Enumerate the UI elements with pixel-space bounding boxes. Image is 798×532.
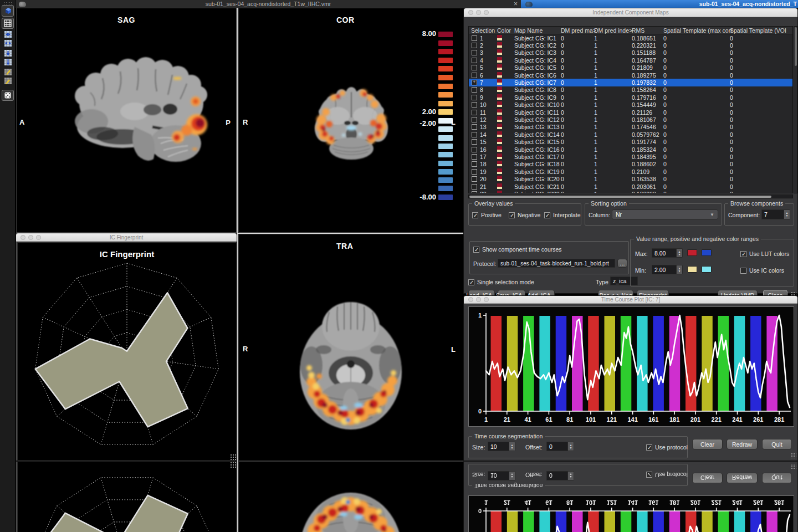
col-dm-pred-index[interactable]: DM pred inde> bbox=[593, 27, 631, 34]
col-color[interactable]: Color bbox=[496, 27, 513, 34]
dice-icon[interactable] bbox=[2, 90, 14, 101]
svg-text:21: 21 bbox=[504, 499, 510, 506]
traffic-light-buttons[interactable] bbox=[468, 297, 489, 302]
col-spatial-template-voi[interactable]: Spatial Template (VOI bbox=[729, 27, 792, 34]
vmr-titlebar[interactable]: sub-01_ses-04_acq-nondistorted_T1w_IIHC.… bbox=[16, 0, 521, 8]
positive-min-color-swatch[interactable] bbox=[687, 266, 697, 273]
traffic-light-buttons[interactable] bbox=[21, 235, 41, 240]
minimize-dot[interactable] bbox=[476, 297, 481, 302]
component-row-10[interactable]: 10Subject CG: IC10010.15444900 bbox=[469, 101, 792, 109]
fingerprint-canvas: IC Fingerprint bbox=[17, 462, 237, 532]
left-toolbar bbox=[0, 461, 16, 532]
clear-button[interactable]: Clear bbox=[692, 439, 723, 449]
icm-table-header[interactable]: Selection Color Map Name DM pred ma> DM … bbox=[469, 27, 792, 34]
negative-checkbox[interactable]: Negative bbox=[509, 212, 540, 218]
quit-button[interactable]: Quit bbox=[762, 439, 792, 449]
close-dot[interactable] bbox=[468, 297, 473, 302]
icm-component-table[interactable]: Selection Color Map Name DM pred ma> DM … bbox=[468, 26, 793, 193]
grid-pen-icon-2[interactable] bbox=[2, 76, 14, 85]
component-row-18[interactable]: 18Subject CG: IC18010.18860200 bbox=[469, 161, 792, 168]
interpolate-checkbox[interactable]: Interpolate bbox=[544, 212, 581, 218]
grid-arrows-horizontal-icon[interactable] bbox=[2, 30, 14, 38]
single-selection-checkbox[interactable]: Single selection mode bbox=[468, 279, 534, 285]
component-row-21[interactable]: 21Subject CG: IC21010.20306100 bbox=[469, 183, 792, 190]
value-range-title: Value range, positive and negative color… bbox=[634, 236, 761, 242]
svg-text:121: 121 bbox=[607, 499, 617, 506]
size-stepper[interactable]: 10▲▼ bbox=[488, 442, 515, 451]
resize-grip[interactable] bbox=[791, 453, 796, 458]
protocol-browse-button[interactable]: ... bbox=[617, 259, 627, 268]
positive-color-swatch[interactable] bbox=[687, 249, 697, 256]
max-stepper[interactable]: 8.00▲▼ bbox=[652, 248, 683, 258]
negative-color-swatch[interactable] bbox=[702, 249, 712, 256]
sag-label: SAG bbox=[17, 16, 236, 24]
table-vertical-scrollbar[interactable] bbox=[794, 26, 797, 193]
minimize-dot[interactable] bbox=[476, 10, 481, 15]
traffic-light-buttons[interactable] bbox=[468, 10, 489, 15]
cube-3d-icon[interactable] bbox=[2, 5, 14, 17]
close-dot[interactable] bbox=[21, 235, 25, 240]
component-row-17[interactable]: 17Subject CG: IC17010.18439500 bbox=[469, 153, 792, 160]
show-component-timecourses-checkbox[interactable]: Show component time courses bbox=[473, 246, 562, 253]
component-row-22[interactable]: 22Subject CG: IC22010.16026800 bbox=[469, 190, 792, 193]
icm-titlebar[interactable]: Independent Component Maps bbox=[464, 8, 797, 17]
table-horizontal-scrollbar[interactable] bbox=[468, 195, 793, 198]
component-row-4[interactable]: 4Subject CG: IC4010.16478700 bbox=[469, 57, 792, 64]
negative-min-color-swatch[interactable] bbox=[702, 266, 712, 273]
close-dot[interactable] bbox=[468, 10, 473, 15]
minimize-dot[interactable] bbox=[28, 235, 33, 240]
component-row-1[interactable]: 1Subject CG: IC1010.18865100 bbox=[469, 34, 792, 42]
clear-button: Clear bbox=[692, 473, 723, 483]
resize-grip[interactable] bbox=[230, 454, 236, 460]
tcp-window: Time Course Plot [IC: 7] 101214161811011… bbox=[463, 461, 798, 532]
grid-arrow-down-icon-2[interactable] bbox=[2, 58, 14, 66]
col-selection[interactable]: Selection bbox=[469, 27, 496, 34]
component-stepper[interactable]: 7▲▼ bbox=[761, 209, 790, 219]
active-document-titlebar[interactable]: sub-01_ses-04_acq-nondistorted_T bbox=[521, 0, 798, 8]
grid-arrow-down-icon[interactable] bbox=[2, 49, 14, 57]
offset-stepper[interactable]: 0▲▼ bbox=[546, 442, 574, 451]
sort-column-dropdown[interactable]: Nr▼ bbox=[612, 209, 718, 219]
protocol-field[interactable]: sub-01_ses-04_task-blocked_run-1_bold.pr… bbox=[498, 259, 615, 268]
zoom-dot[interactable] bbox=[36, 235, 41, 240]
component-row-6[interactable]: 6Subject CG: IC6010.18927500 bbox=[469, 71, 792, 79]
col-dm-pred-max[interactable]: DM pred ma> bbox=[560, 27, 593, 34]
component-row-16[interactable]: 16Subject CG: IC16010.18532400 bbox=[469, 146, 792, 153]
grid-view-icon[interactable] bbox=[2, 18, 14, 29]
grid-pen-icon[interactable] bbox=[2, 68, 14, 76]
component-row-9[interactable]: 9Subject CG: IC9010.17971600 bbox=[469, 94, 792, 101]
component-row-19[interactable]: 19Subject CG: IC19010.210900 bbox=[469, 168, 792, 175]
component-row-5[interactable]: 5Subject CG: IC5010.2180900 bbox=[469, 64, 792, 71]
fingerprint-titlebar[interactable]: IC Fingerprint bbox=[16, 233, 237, 242]
component-row-8[interactable]: 8Subject CG: IC8010.15826400 bbox=[469, 86, 792, 94]
component-label: Component: bbox=[728, 212, 760, 218]
min-stepper[interactable]: 2.00▲▼ bbox=[652, 265, 683, 274]
zoom-dot[interactable] bbox=[484, 297, 489, 302]
component-row-2[interactable]: 2Subject CG: IC2010.22032100 bbox=[469, 42, 792, 49]
component-row-14[interactable]: 14Subject CG: IC14010.057976200 bbox=[469, 131, 792, 138]
component-row-7[interactable]: 7Subject CG: IC7010.19783200 bbox=[469, 79, 792, 86]
use-ic-colors-checkbox[interactable]: Use IC colors bbox=[740, 267, 784, 274]
positive-checkbox[interactable]: Positive bbox=[472, 212, 502, 218]
col-rms[interactable]: RMS bbox=[631, 27, 662, 34]
col-spatial-template-max[interactable]: Spatial Template (max corr bbox=[662, 27, 729, 34]
component-row-3[interactable]: 3Subject CG: IC3010.15118800 bbox=[469, 49, 792, 57]
grid-arrows-horizontal-icon-2[interactable] bbox=[2, 39, 14, 47]
col-map-name[interactable]: Map Name bbox=[513, 27, 560, 34]
component-row-13[interactable]: 13Subject CG: IC13010.17454600 bbox=[469, 124, 792, 131]
component-row-15[interactable]: 15Subject CG: IC15010.19177400 bbox=[469, 138, 792, 145]
colorbar-negative-swatch bbox=[438, 195, 453, 200]
sag-pane[interactable]: SAG A P bbox=[16, 8, 237, 233]
tcp-titlebar[interactable]: Time Course Plot [IC: 7] bbox=[464, 296, 797, 304]
redraw-button[interactable]: Redraw bbox=[727, 439, 758, 449]
use-protocol-checkbox[interactable]: Use protocol bbox=[646, 444, 688, 451]
zoom-dot[interactable] bbox=[484, 10, 489, 15]
component-row-20[interactable]: 20Subject CG: IC20010.16353800 bbox=[469, 175, 792, 182]
close-icon[interactable]: × bbox=[514, 0, 518, 8]
use-lut-colors-checkbox[interactable]: Use LUT colors bbox=[740, 250, 789, 257]
colorbar-positive-swatch bbox=[438, 101, 453, 106]
colorbar-posmin-label: 2.00 bbox=[405, 108, 436, 116]
vmr-window-title: sub-01_ses-04_acq-nondistorted_T1w_IIHC.… bbox=[16, 1, 521, 7]
component-row-11[interactable]: 11Subject CG: IC11010.2112600 bbox=[469, 109, 792, 116]
component-row-12[interactable]: 12Subject CG: IC12010.18106700 bbox=[469, 116, 792, 123]
